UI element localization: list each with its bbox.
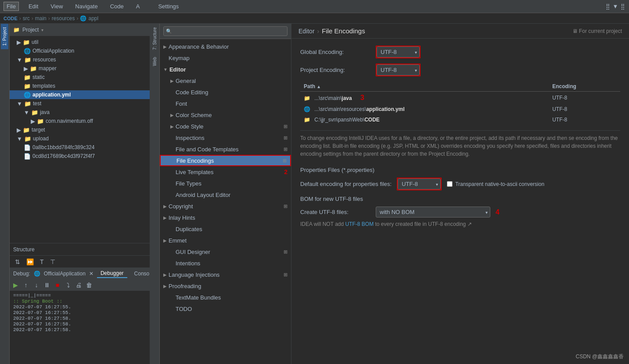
settings-window-title: Settings xyxy=(158,3,179,10)
settings-item-code-style[interactable]: ▶ Code Style ⊞ xyxy=(160,121,291,132)
settings-item-inlay-hints[interactable]: ▶ Inlay Hints xyxy=(160,212,291,223)
settings-item-gui-designer[interactable]: ▶ GUI Designer ⊞ xyxy=(160,246,291,257)
settings-item-inspections[interactable]: ▶ Inspections ⊞ xyxy=(160,132,291,143)
content-panel: Editor › File Encodings 🖥 For current pr… xyxy=(291,24,629,364)
structure-label: Structure xyxy=(10,243,150,255)
struct-nav-btn[interactable]: ⏩ xyxy=(25,257,36,266)
settings-item-copyright[interactable]: ▶ Copyright ⊞ xyxy=(160,200,291,212)
debug-content: =====|_|===== :: Spring Boot :: 2022-07-… xyxy=(10,291,150,364)
sidebar-tab-project[interactable]: 1: Project xyxy=(1,24,8,49)
sidebar-structure[interactable]: 7: Structure xyxy=(151,24,158,54)
debug-close-icon[interactable]: ✕ xyxy=(89,271,93,277)
settings-item-keymap[interactable]: ▶ Keymap xyxy=(160,52,291,64)
table-row[interactable]: 📁 C:\jjr_svn\panshWeb\CODE UTF-8 xyxy=(300,114,620,125)
struct-sort-btn[interactable]: ⇅ xyxy=(13,257,22,266)
settings-item-editor[interactable]: ▼ Editor xyxy=(160,64,291,75)
menu-edit[interactable]: Edit xyxy=(26,2,41,11)
project-encoding-row: Project Encoding: UTF-8 ISO-8859-1 xyxy=(300,64,620,76)
menu-a[interactable]: A xyxy=(133,2,143,11)
settings-item-duplicates[interactable]: ▶ Duplicates xyxy=(160,223,291,235)
breadcrumb-src: src xyxy=(23,15,30,21)
breadcrumb-appl: appl xyxy=(88,15,98,21)
settings-item-todo[interactable]: ▶ TODO xyxy=(160,303,291,314)
settings-item-file-types[interactable]: ▶ File Types xyxy=(160,178,291,189)
content-breadcrumb-file-encodings: File Encodings xyxy=(322,27,365,35)
struct-filter-btn[interactable]: T xyxy=(38,257,46,266)
settings-item-font[interactable]: ▶ Font xyxy=(160,98,291,109)
tree-item-file2[interactable]: 📄 0cd8d17689bc4d3f972f4f7 xyxy=(10,152,150,161)
menu-file[interactable]: File xyxy=(4,2,19,11)
tree-item-appyml[interactable]: 🌐 application.yml xyxy=(10,90,150,99)
menu-code[interactable]: Code xyxy=(108,2,126,11)
menu-view[interactable]: View xyxy=(48,2,65,11)
tree-item-com[interactable]: ▶ 📁 com.navimentum.off xyxy=(10,117,150,125)
description-text: To change encoding IntelliJ IDEA uses fo… xyxy=(300,130,620,161)
row3-icon: 📁 xyxy=(304,117,310,123)
col-encoding[interactable]: Encoding xyxy=(549,82,620,92)
editor-arrow: ▼ xyxy=(163,67,168,72)
sidebar-web[interactable]: Web xyxy=(151,54,158,69)
tree-item-resources[interactable]: ▼ 📁 resources xyxy=(10,55,150,64)
debug-pause-btn[interactable]: ⏸ xyxy=(42,280,52,290)
transparent-checkbox[interactable] xyxy=(447,181,453,187)
debug-run-btn[interactable]: ▶ xyxy=(11,280,20,290)
global-encoding-label: Global Encoding: xyxy=(300,49,370,55)
settings-item-file-encodings[interactable]: ▶ File Encodings ⊞ xyxy=(160,155,291,166)
debug-down-btn[interactable]: ↓ xyxy=(32,280,41,290)
project-encoding-select[interactable]: UTF-8 ISO-8859-1 xyxy=(377,64,420,75)
bom-select[interactable]: with NO BOM with BOM with BOM on Windows… xyxy=(376,207,490,218)
settings-item-color-scheme[interactable]: ▶ Color Scheme xyxy=(160,109,291,121)
global-encoding-select[interactable]: UTF-8 ISO-8859-1 US-ASCII xyxy=(377,46,420,57)
settings-item-file-code-templates[interactable]: ▶ File and Code Templates ⊞ xyxy=(160,143,291,155)
table-row[interactable]: 🌐 ...\src\main\resources\application.yml… xyxy=(300,104,620,114)
settings-item-code-editing[interactable]: ▶ Code Editing xyxy=(160,86,291,98)
menu-navigate[interactable]: Navigate xyxy=(72,2,100,11)
tree-item-test[interactable]: ▼ 📁 test xyxy=(10,99,150,108)
settings-item-intentions[interactable]: ▶ Intentions xyxy=(160,257,291,269)
tree-item-officialapp[interactable]: 🌐 OfficialApplication xyxy=(10,46,150,55)
tree-item-file1[interactable]: 📄 0a8bc1bbdd784fc389c324 xyxy=(10,143,150,152)
tree-item-util[interactable]: ▶ 📁 util xyxy=(10,38,150,46)
project-icon: 📁 xyxy=(13,27,20,33)
settings-item-proofreading[interactable]: ▶ Proofreading xyxy=(160,280,291,292)
tree-item-upload[interactable]: ▼ 📁 upload xyxy=(10,134,150,143)
settings-item-appearance[interactable]: ▶ Appearance & Behavior xyxy=(160,41,291,52)
table-row[interactable]: 📁 ...\src\main\java 3 UTF-8 xyxy=(300,92,620,104)
settings-item-android-layout[interactable]: ▶ Android Layout Editor xyxy=(160,189,291,200)
appearance-arrow: ▶ xyxy=(163,44,167,49)
project-encoding-label: Project Encoding: xyxy=(300,67,370,73)
global-encoding-row: Global Encoding: UTF-8 ISO-8859-1 US-ASC… xyxy=(300,46,620,58)
debug-step-btn[interactable]: ⤵ xyxy=(63,280,73,290)
search-icon: 🔍 xyxy=(166,29,172,34)
settings-item-live-templates[interactable]: ▶ Live Templates 2 xyxy=(160,166,291,178)
global-encoding-select-wrapper: UTF-8 ISO-8859-1 US-ASCII xyxy=(376,46,421,58)
debug-stop-btn[interactable]: ■ xyxy=(53,280,62,290)
tree-item-java[interactable]: ▼ 📁 java xyxy=(10,108,150,117)
debug-tab-console[interactable]: Console xyxy=(131,270,150,278)
tree-item-templates[interactable]: 📁 templates xyxy=(10,82,150,90)
settings-search-input[interactable] xyxy=(163,26,288,36)
project-chevron[interactable]: ▾ xyxy=(41,28,43,32)
col-path[interactable]: Path ▲ xyxy=(300,82,549,92)
tree-item-static[interactable]: 📁 static xyxy=(10,73,150,82)
transparent-label-text: Transparent native-to-ascii conversion xyxy=(455,181,544,187)
debug-delete-btn[interactable]: 🗑 xyxy=(84,280,94,290)
proofreading-arrow: ▶ xyxy=(163,284,167,289)
settings-item-textmate[interactable]: ▶ TextMate Bundles xyxy=(160,292,291,303)
debug-print-btn[interactable]: 🖨 xyxy=(74,280,83,290)
code-style-icon: ⊞ xyxy=(284,124,288,129)
debug-log-2: 2022-07-07 16:27:55. xyxy=(13,310,146,315)
settings-item-language-injections[interactable]: ▶ Language Injections ⊞ xyxy=(160,269,291,280)
struct-expand-btn[interactable]: ⊤ xyxy=(48,257,57,266)
debug-up-btn[interactable]: ↑ xyxy=(21,280,31,290)
utf8-bom-link[interactable]: UTF-8 BOM xyxy=(345,221,374,227)
settings-item-general[interactable]: ▶ General xyxy=(160,75,291,86)
tree-item-target[interactable]: ▶ 📁 target xyxy=(10,125,150,134)
content-body: Global Encoding: UTF-8 ISO-8859-1 US-ASC… xyxy=(291,39,629,364)
debug-log-5: 2022-07-07 16:27:58. xyxy=(13,327,146,332)
default-encoding-select[interactable]: UTF-8 ISO-8859-1 xyxy=(398,178,441,189)
file-code-templates-icon: ⊞ xyxy=(284,146,288,152)
settings-item-emmet[interactable]: ▶ Emmet xyxy=(160,235,291,246)
debug-tab-debugger[interactable]: Debugger xyxy=(97,269,127,278)
tree-item-mapper[interactable]: ▶ 📁 mapper xyxy=(10,64,150,73)
